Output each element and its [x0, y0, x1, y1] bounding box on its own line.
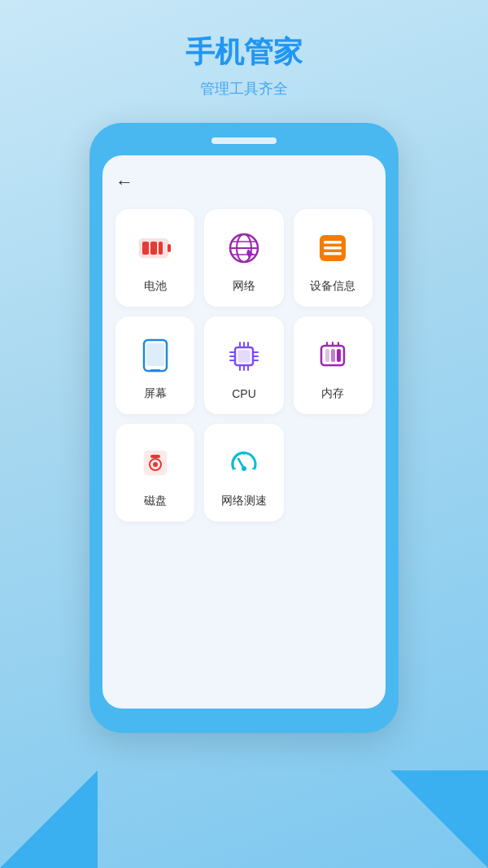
svg-rect-3 — [150, 242, 157, 255]
svg-rect-1 — [168, 244, 171, 252]
screen-label: 屏幕 — [144, 386, 167, 401]
device-info-icon — [312, 227, 354, 269]
grid-item-screen[interactable]: 屏幕 — [115, 316, 194, 414]
svg-point-42 — [153, 462, 158, 467]
svg-rect-4 — [159, 242, 163, 255]
svg-rect-12 — [324, 241, 342, 244]
phone-screen: ← 电池 — [102, 155, 386, 709]
battery-label: 电池 — [144, 279, 167, 294]
svg-rect-34 — [325, 349, 329, 362]
app-header: 手机管家 管理工具齐全 — [185, 0, 303, 115]
svg-rect-13 — [324, 246, 342, 250]
screen-icon — [134, 334, 176, 377]
phone-notch — [211, 137, 277, 144]
svg-rect-2 — [142, 242, 149, 255]
svg-rect-16 — [146, 343, 164, 366]
svg-rect-20 — [238, 351, 250, 362]
speedtest-label: 网络测速 — [221, 494, 267, 508]
speedtest-icon — [223, 442, 265, 484]
grid-item-device-info[interactable]: 设备信息 — [294, 209, 373, 307]
network-label: 网络 — [233, 279, 255, 294]
back-button[interactable]: ← — [115, 172, 133, 193]
phone-frame: ← 电池 — [89, 123, 399, 733]
svg-rect-43 — [150, 455, 160, 458]
svg-rect-14 — [324, 252, 342, 255]
corner-decoration-left — [0, 770, 98, 868]
app-title: 手机管家 — [185, 33, 303, 72]
svg-point-45 — [242, 466, 246, 471]
battery-icon — [134, 227, 176, 269]
app-subtitle: 管理工具齐全 — [185, 79, 303, 98]
grid-item-network[interactable]: 网络 — [204, 209, 283, 307]
grid-item-memory[interactable]: 内存 — [294, 316, 373, 414]
device-info-label: 设备信息 — [310, 279, 355, 294]
disk-label: 磁盘 — [144, 494, 167, 508]
grid-item-battery[interactable]: 电池 — [115, 209, 194, 307]
disk-icon — [134, 442, 176, 484]
cpu-label: CPU — [232, 387, 256, 400]
memory-icon — [312, 334, 354, 377]
grid-item-cpu[interactable]: CPU — [204, 316, 283, 414]
svg-rect-35 — [331, 349, 335, 362]
svg-rect-36 — [337, 349, 341, 362]
network-icon — [223, 227, 265, 269]
grid-item-speedtest[interactable]: 网络测速 — [204, 424, 283, 521]
memory-label: 内存 — [321, 386, 344, 401]
tool-grid: 电池 网络 — [115, 209, 373, 521]
corner-decoration-right — [390, 770, 488, 868]
grid-item-disk[interactable]: 磁盘 — [115, 424, 194, 521]
cpu-icon — [223, 335, 265, 377]
